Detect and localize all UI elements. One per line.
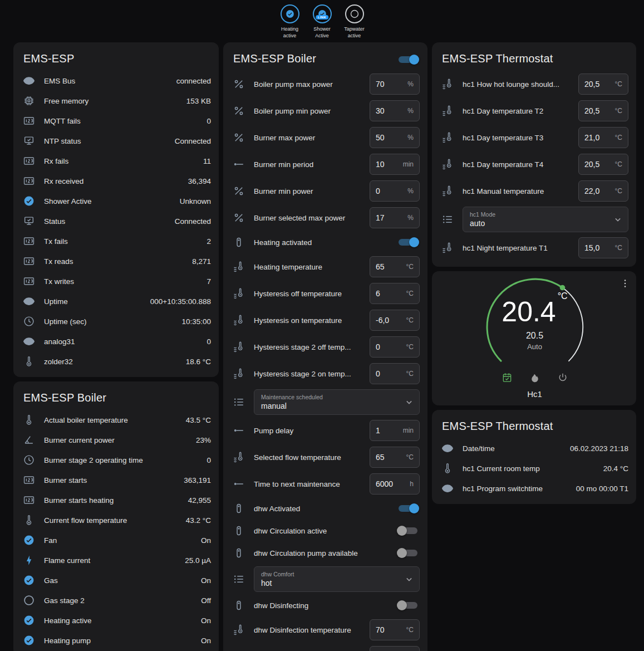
number-input[interactable]: 22,0 °C — [578, 180, 628, 202]
sensor-row[interactable]: Fan On — [22, 530, 211, 550]
select-input[interactable]: dhw Comfort hot — [254, 566, 420, 592]
toggle-switch[interactable] — [396, 237, 420, 248]
number-input[interactable]: 17 % — [370, 207, 420, 228]
sensor-row[interactable]: Date/time 06.02.2023 21:18 — [441, 438, 628, 458]
entity-rows: hc1 How hot lounge should... 20,5 °C hc1… — [441, 71, 628, 261]
number-input[interactable]: 0 °C — [370, 363, 420, 384]
number-input[interactable]: 1 min — [370, 420, 420, 441]
number-input[interactable]: 0 % — [370, 180, 420, 202]
number-entity-row: dhw Flow temperature offset 40 °C — [232, 643, 420, 651]
sensor-row[interactable]: Rx received 36,394 — [22, 171, 211, 191]
entity-label: Status — [44, 217, 175, 226]
sensor-row[interactable]: Shower Active Unknown — [22, 191, 211, 211]
sensor-row[interactable]: Tx reads 8,271 — [22, 251, 211, 271]
sensor-row[interactable]: Heating pump On — [22, 630, 211, 650]
percent-icon — [232, 104, 245, 118]
number-input[interactable]: 20,5 °C — [578, 154, 628, 175]
number-value: 10 — [376, 160, 385, 169]
list-icon — [232, 395, 245, 409]
sensor-row[interactable]: MQTT fails 0 — [22, 111, 211, 131]
entity-label: Gas stage 2 — [44, 596, 201, 605]
number-input[interactable]: 70 °C — [370, 619, 420, 640]
toggle-switch[interactable] — [396, 600, 420, 611]
sensor-row[interactable]: Burner starts heating 42,955 — [22, 490, 211, 510]
entity-value: 18.6 °C — [186, 358, 211, 366]
sensor-row[interactable]: Gas On — [22, 570, 211, 590]
number-input[interactable]: 65 °C — [370, 447, 420, 468]
status-badge[interactable]: Tapwateractive — [342, 4, 367, 39]
number-input[interactable]: 0 °C — [370, 336, 420, 358]
number-input[interactable]: 65 °C — [370, 256, 420, 277]
number-input[interactable]: 10 min — [370, 154, 420, 175]
number-input[interactable]: 6 °C — [370, 283, 420, 304]
number-input[interactable]: -6,0 °C — [370, 310, 420, 331]
number-input[interactable]: 20,5 °C — [578, 74, 628, 95]
number-input[interactable]: 50 % — [370, 127, 420, 148]
entity-value: Connected — [175, 217, 211, 226]
chevron-down-icon — [612, 214, 623, 225]
sensor-row[interactable]: Rx fails 11 — [22, 151, 211, 171]
more-menu-button[interactable] — [618, 277, 632, 290]
sensor-row[interactable]: Free memory 153 KB — [22, 91, 211, 111]
sensor-row[interactable]: Burner stage 2 operating time 0 — [22, 450, 211, 470]
number-input[interactable]: 15,0 °C — [578, 237, 628, 258]
number-unit: % — [407, 134, 414, 141]
hvac-mode-button[interactable] — [528, 371, 542, 384]
number-value: 30 — [376, 106, 385, 115]
list-icon — [441, 213, 454, 226]
toggle-switch[interactable] — [396, 547, 420, 559]
hvac-mode-button[interactable] — [556, 371, 569, 384]
boiler-master-toggle[interactable] — [396, 54, 420, 65]
number-input[interactable]: 21,0 °C — [578, 127, 628, 148]
sensor-row[interactable]: NTP status Connected — [22, 131, 211, 151]
select-input[interactable]: Maintenance scheduled manual — [254, 389, 420, 415]
sensor-row[interactable]: zolder32 18.6 °C — [22, 351, 211, 371]
sensor-row[interactable]: Gas stage 2 Off — [22, 590, 211, 610]
switch-icon — [232, 236, 245, 249]
status-badge[interactable]: Heatingactive — [277, 4, 303, 39]
thermostat-dial[interactable]: 20.4°C 20.5 Auto — [481, 278, 588, 369]
circle-outline-icon — [350, 9, 360, 19]
sensor-row[interactable]: Tx writes 7 — [22, 271, 211, 291]
number-entity-row: hc1 Manual temperature 22,0 °C — [441, 178, 628, 204]
ray-icon — [232, 477, 245, 491]
toggle-switch[interactable] — [396, 503, 420, 514]
sensor-row[interactable]: Burner current power 23% — [22, 430, 211, 450]
sensor-row[interactable]: analog31 0 — [22, 331, 211, 351]
entity-label: Actual boiler temperature — [44, 416, 186, 424]
sensor-row[interactable]: Uptime (sec) 10:35:00 — [22, 311, 211, 331]
sensor-row[interactable]: Uptime 000+10:35:00.888 — [22, 291, 211, 311]
toggle-switch[interactable] — [396, 525, 420, 536]
status-badges: Heatingactive LINK ShowerActive Tapwater… — [277, 4, 367, 39]
number-unit: °C — [406, 370, 414, 378]
counter-icon — [22, 114, 36, 128]
number-input[interactable]: 20,5 °C — [578, 100, 628, 121]
sensor-row[interactable]: Flame current 25.0 µA — [22, 550, 211, 570]
number-input[interactable]: 70 % — [370, 74, 420, 95]
card-title: EMS-ESP Thermostat — [442, 52, 628, 65]
ray-icon — [232, 424, 245, 437]
sensor-row[interactable]: Burner starts 363,191 — [22, 470, 211, 490]
status-badge[interactable]: LINK ShowerActive — [309, 4, 335, 39]
number-value: 0 — [376, 342, 380, 351]
number-value: -6,0 — [376, 316, 389, 325]
select-input[interactable]: hc1 Mode auto — [463, 207, 628, 232]
select-entity-row: Maintenance scheduled manual — [232, 387, 420, 417]
sensor-row[interactable]: EMS Bus connected — [22, 71, 211, 91]
sensor-row[interactable]: hc1 Current room temp 20.4 °C — [441, 458, 628, 478]
number-input[interactable]: 30 % — [370, 100, 420, 121]
thermo-water-icon — [441, 158, 454, 171]
number-input[interactable]: 6000 h — [370, 473, 420, 495]
sensor-row[interactable]: Actual boiler temperature 43.5 °C — [22, 410, 211, 430]
hvac-mode-button[interactable] — [500, 371, 514, 384]
sensor-row[interactable]: hc1 Program switchtime 00 mo 00:00 T1 — [441, 478, 628, 498]
entity-value: Unknown — [180, 197, 211, 205]
sensor-row[interactable]: Current flow temperature 43.2 °C — [22, 510, 211, 530]
number-input[interactable]: 40 °C — [370, 646, 420, 651]
middle-column: EMS-ESP Boiler Boiler pump max power 70 … — [223, 42, 427, 651]
thermostat-name: Hc1 — [441, 389, 628, 399]
sensor-row[interactable]: Tx fails 2 — [22, 231, 211, 251]
number-entity-row: Hysteresis stage 2 on temp... 0 °C — [232, 360, 420, 387]
sensor-row[interactable]: Heating active On — [22, 610, 211, 630]
sensor-row[interactable]: Status Connected — [22, 211, 211, 231]
